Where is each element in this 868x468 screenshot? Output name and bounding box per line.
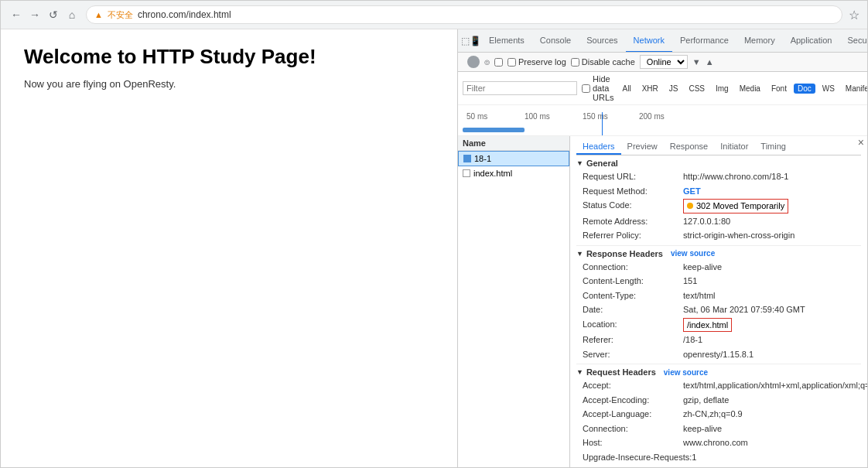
- filter-css[interactable]: CSS: [685, 84, 709, 94]
- row-icon-18-1: [463, 155, 471, 162]
- name-column-header: Name: [458, 136, 569, 151]
- nav-buttons: ← → ↺ ⌂: [9, 7, 80, 22]
- detail-panel: × Headers Preview Response Initiator Tim…: [570, 136, 867, 467]
- filter-ws[interactable]: WS: [818, 84, 839, 94]
- hide-data-urls-checkbox[interactable]: [582, 84, 590, 93]
- field-host: Host: www.chrono.com: [576, 436, 861, 450]
- browser-chrome: ← → ↺ ⌂ ▲ 不安全 chrono.com/index.html ☆: [1, 1, 867, 29]
- tab-memory[interactable]: Memory: [736, 29, 783, 53]
- field-accept-language: Accept-Language: zh-CN,zh;q=0.9: [576, 407, 861, 422]
- filter-img[interactable]: Img: [712, 84, 733, 94]
- security-label: 不安全: [108, 9, 133, 21]
- timeline-label-200: 200 ms: [639, 112, 665, 121]
- filter-all[interactable]: All: [619, 84, 635, 94]
- field-remote-address: Remote Address: 127.0.0.1:80: [576, 214, 861, 229]
- clear-button[interactable]: [467, 56, 480, 68]
- network-toolbar: ⌾ Preserve log Disable cache Online ▼ ▲: [458, 53, 867, 72]
- timeline-label-100: 100 ms: [525, 112, 550, 121]
- download-icon: ▼: [692, 57, 701, 67]
- disable-cache-label: Disable cache: [571, 57, 635, 67]
- field-connection: Connection: keep-alive: [576, 260, 861, 275]
- preserve-log-label: Preserve log: [507, 57, 566, 67]
- upload-icon: ▲: [706, 57, 714, 67]
- network-row-18-1[interactable]: 18-1: [458, 151, 569, 166]
- network-list-area: Name 18-1 index.html ×: [458, 136, 867, 467]
- hide-data-urls-label: Hide data URLs: [582, 74, 614, 102]
- request-view-source[interactable]: view source: [664, 368, 708, 377]
- filter-font[interactable]: Font: [767, 84, 791, 94]
- row-icon-index: [463, 169, 470, 177]
- field-server: Server: openresty/1.15.8.1: [576, 347, 861, 362]
- field-request-url: Request URL: http://www.chrono.com/18-1: [576, 169, 861, 184]
- field-accept-encoding: Accept-Encoding: gzip, deflate: [576, 393, 861, 408]
- detail-tab-headers[interactable]: Headers: [576, 139, 621, 155]
- filter-js[interactable]: JS: [665, 84, 682, 94]
- field-content-type: Content-Type: text/html: [576, 289, 861, 303]
- status-dot: [687, 203, 693, 209]
- home-button[interactable]: ⌂: [64, 7, 80, 22]
- search-checkbox[interactable]: [494, 58, 503, 67]
- field-location: Location: /index.html: [576, 317, 861, 333]
- filter-doc[interactable]: Doc: [794, 84, 815, 94]
- detail-tabs: Headers Preview Response Initiator Timin…: [576, 139, 861, 155]
- page-subtitle: Now you are flying on OpenResty.: [24, 78, 434, 90]
- search-box: [494, 58, 503, 67]
- tab-application[interactable]: Application: [783, 29, 840, 53]
- field-referer: Referer: /18-1: [576, 333, 861, 347]
- timeline: 50 ms 100 ms 150 ms 200 ms: [458, 105, 867, 136]
- detail-close-button[interactable]: ×: [858, 136, 864, 149]
- response-view-source[interactable]: view source: [671, 249, 715, 258]
- section-divider-1: [576, 245, 861, 246]
- back-button[interactable]: ←: [9, 7, 24, 22]
- filter-input[interactable]: [463, 81, 577, 95]
- field-accept: Accept: text/html,application/xhtml+xml,…: [576, 378, 861, 393]
- field-status-code: Status Code: 302 Moved Temporarily: [576, 198, 861, 214]
- address-bar[interactable]: ▲ 不安全 chrono.com/index.html: [86, 5, 842, 24]
- section-divider-2: [576, 364, 861, 364]
- field-content-length: Content-Length: 151: [576, 274, 861, 289]
- network-row-index[interactable]: index.html: [458, 166, 569, 180]
- devtools-device-icon[interactable]: 📱: [470, 33, 481, 49]
- detail-tab-preview[interactable]: Preview: [621, 139, 664, 155]
- forward-button[interactable]: →: [27, 7, 43, 22]
- detail-tab-initiator[interactable]: Initiator: [714, 139, 754, 155]
- tab-sources[interactable]: Sources: [579, 29, 625, 53]
- timeline-label-150: 150 ms: [583, 112, 608, 121]
- devtools-tabs: ⬚ 📱 Elements Console Sources Network Per…: [458, 29, 867, 53]
- field-request-method: Request Method: GET: [576, 184, 861, 199]
- location-box: /index.html: [683, 318, 732, 333]
- devtools-inspect-icon[interactable]: ⬚: [461, 33, 470, 49]
- field-connection-req: Connection: keep-alive: [576, 422, 861, 436]
- field-user-agent: User-Agent: Mozilla/5.0 (Windows NT 10.0…: [576, 464, 861, 467]
- bookmark-icon[interactable]: ☆: [849, 8, 859, 22]
- timeline-cursor: [602, 112, 603, 135]
- filter-manifest[interactable]: Manifest: [842, 84, 867, 94]
- disable-cache-checkbox[interactable]: [571, 58, 579, 67]
- filter-bar: Hide data URLs All XHR JS CSS Img Media …: [458, 72, 867, 105]
- field-date: Date: Sat, 06 Mar 2021 07:59:40 GMT: [576, 302, 861, 317]
- main-area: Welcome to HTTP Study Page! Now you are …: [1, 29, 867, 467]
- tab-performance[interactable]: Performance: [672, 29, 736, 53]
- page-content: Welcome to HTTP Study Page! Now you are …: [1, 29, 457, 467]
- page-title: Welcome to HTTP Study Page!: [24, 45, 434, 69]
- timeline-container: 50 ms 100 ms 150 ms 200 ms: [463, 111, 863, 135]
- filter-icon[interactable]: ⌾: [484, 56, 490, 67]
- detail-tab-timing[interactable]: Timing: [754, 139, 792, 155]
- row-text-18-1: 18-1: [474, 154, 491, 163]
- filter-type-options: All XHR JS CSS Img Media Font Doc WS Man…: [619, 84, 867, 94]
- tab-network[interactable]: Network: [626, 29, 672, 53]
- refresh-button[interactable]: ↺: [46, 7, 61, 22]
- filter-media[interactable]: Media: [736, 84, 764, 94]
- tab-elements[interactable]: Elements: [481, 29, 532, 53]
- tab-console[interactable]: Console: [532, 29, 579, 53]
- filter-xhr[interactable]: XHR: [638, 84, 662, 94]
- detail-tab-response[interactable]: Response: [664, 139, 715, 155]
- url-text: chrono.com/index.html: [138, 9, 231, 20]
- throttle-select[interactable]: Online: [640, 55, 688, 69]
- tab-security[interactable]: Security: [839, 29, 867, 53]
- field-referrer-policy: Referrer Policy: strict-origin-when-cros…: [576, 228, 861, 243]
- preserve-log-checkbox[interactable]: [507, 58, 516, 67]
- status-code-box: 302 Moved Temporarily: [683, 199, 788, 214]
- timeline-label-50: 50 ms: [466, 112, 487, 121]
- security-icon: ▲: [94, 10, 103, 19]
